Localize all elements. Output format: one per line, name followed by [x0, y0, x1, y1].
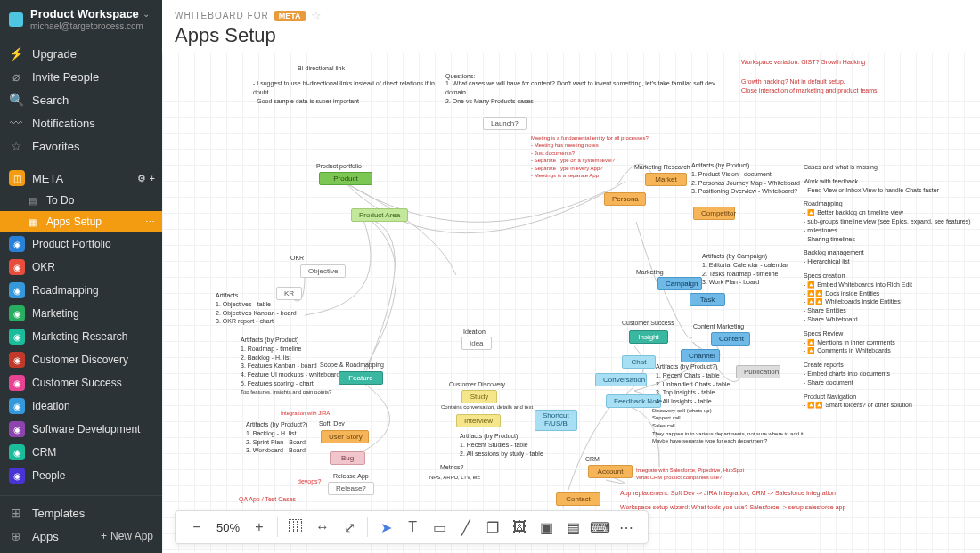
app-icon: ◉	[9, 282, 25, 298]
node-launch[interactable]: Launch?	[483, 117, 527, 130]
node-persona[interactable]: Persona	[604, 192, 646, 206]
app-icon: ◉	[9, 444, 25, 460]
nav-search[interactable]: 🔍Search	[0, 88, 162, 111]
node-publication[interactable]: Publication	[736, 365, 780, 378]
label-okr: OKR	[290, 255, 304, 261]
meta-todo[interactable]: ▤ To Do	[0, 190, 162, 211]
card-tool-icon[interactable]: ▤	[560, 515, 585, 540]
node-campaign[interactable]: Campaign	[657, 277, 702, 290]
sticky-tool-icon[interactable]: ❐	[480, 515, 505, 540]
fullscreen-icon[interactable]: ⤢	[337, 515, 362, 540]
nav-upgrade[interactable]: ⚡Upgrade	[0, 42, 162, 65]
app-label: Customer Success	[32, 377, 122, 389]
fit-horizontal-icon[interactable]: ↔	[310, 515, 335, 540]
node-feature[interactable]: Feature	[339, 371, 383, 385]
note-app-replacement: App replacement: Soft Dev -> JIRA Integr…	[620, 489, 836, 498]
label-scope: Scope & Roadmapping	[320, 362, 384, 368]
app-section-meta[interactable]: ◫ META ⚙ +	[0, 167, 162, 190]
filter-icon[interactable]: ⚙	[137, 173, 146, 184]
node-market[interactable]: Market	[645, 173, 687, 186]
workspace-title: Product Workspace	[30, 7, 139, 20]
breadcrumb-app-badge[interactable]: META	[274, 11, 306, 21]
note-artifacts-okr: Artifacts 1. Objectives - table 2. Objec…	[216, 291, 297, 326]
node-chat[interactable]: Chat	[622, 355, 656, 369]
page-header: WHITEBOARD FOR META ☆ Apps Setup	[162, 0, 980, 53]
node-study[interactable]: Study	[461, 390, 497, 403]
nav-templates[interactable]: ⊞Templates	[0, 501, 162, 525]
node-insight[interactable]: Insight	[629, 330, 668, 344]
node-interview[interactable]: Interview	[456, 414, 501, 427]
node-channel[interactable]: Channel	[681, 349, 720, 362]
app-item-okr[interactable]: ◉OKR	[0, 256, 162, 279]
node-content[interactable]: Content	[711, 332, 750, 346]
label-nps: NPS, ARPU, LTV, etc	[429, 475, 480, 480]
node-account[interactable]: Account	[588, 465, 633, 478]
node-feedback[interactable]: Feedback Note	[606, 394, 661, 408]
image-tool-icon[interactable]: 🖼	[507, 515, 532, 540]
app-label: Product Portfolio	[32, 238, 111, 250]
note-devops: devops?	[298, 478, 321, 484]
app-label: Marketing Research	[32, 330, 127, 343]
note-artifacts-insight: Artifacts (by Product?) 1. Recent Chats …	[656, 362, 730, 406]
nav-invite[interactable]: ⌀Invite People	[0, 65, 162, 88]
main-area: WHITEBOARD FOR META ☆ Apps Setup	[162, 0, 980, 553]
app-item-ideation[interactable]: ◉Ideation	[0, 394, 162, 418]
note-discovery-call: Discovery call (whats up) Support call S…	[652, 407, 712, 429]
label-cs: Customer Success	[622, 320, 674, 326]
shape-tool-icon[interactable]: ▭	[427, 515, 452, 540]
pointer-tool-icon[interactable]: ➤	[373, 515, 398, 540]
app-item-marketing[interactable]: ◉Marketing	[0, 302, 162, 325]
app-label: Customer Discovery	[32, 354, 128, 366]
star-icon[interactable]: ☆	[311, 9, 323, 22]
node-bug[interactable]: Bug	[330, 451, 365, 465]
app-icon: ◉	[9, 352, 25, 368]
add-icon[interactable]: +	[150, 173, 155, 184]
label-softdev: Soft. Dev	[319, 420, 345, 427]
app-item-people[interactable]: ◉People	[0, 464, 162, 487]
app-item-roadmapping[interactable]: ◉Roadmapping	[0, 279, 162, 302]
embed-tool-icon[interactable]: ⌨	[587, 515, 612, 540]
node-product[interactable]: Product	[319, 172, 372, 185]
nav-favorites[interactable]: ☆Favorites	[0, 134, 162, 158]
todo-icon: ▤	[25, 193, 39, 207]
app-item-product-portfolio[interactable]: ◉Product Portfolio	[0, 232, 162, 256]
workspace-email: michael@targetprocess.com	[30, 21, 153, 31]
new-app-button[interactable]: + New App	[101, 530, 153, 542]
apps-icon: ⊕	[9, 529, 23, 543]
nav-apps[interactable]: ⊕ Apps + New App	[0, 525, 162, 548]
fit-width-icon[interactable]: ⿲	[283, 515, 308, 540]
favorites-icon: ☆	[9, 139, 23, 153]
zoom-in-button[interactable]: +	[247, 515, 272, 540]
app-icon: ◉	[9, 259, 25, 275]
whiteboard-canvas[interactable]: Bi-directional link - I suggest to use b…	[162, 53, 980, 553]
node-objective[interactable]: Objective	[300, 264, 346, 278]
note-artifacts-mr: Artifacts (by Product) 1. Product Vision…	[691, 161, 800, 196]
meta-apps-setup[interactable]: ▦ Apps Setup ⋯	[0, 211, 162, 232]
app-item-customer-discovery[interactable]: ◉Customer Discovery	[0, 348, 162, 371]
node-task[interactable]: Task	[690, 293, 725, 306]
node-shortcut[interactable]: Shortcut F/US/B	[535, 410, 577, 431]
node-product-area[interactable]: Product Area	[351, 208, 408, 222]
zoom-level[interactable]: 50%	[211, 521, 245, 534]
app-icon: ◉	[9, 421, 25, 437]
more-icon[interactable]: ⋯	[145, 216, 155, 228]
app-icon: ◉	[9, 468, 25, 484]
zoom-out-button[interactable]: −	[184, 515, 209, 540]
workspace-header[interactable]: Product Workspace ⌄ michael@targetproces…	[0, 0, 162, 38]
app-item-customer-success[interactable]: ◉Customer Success	[0, 371, 162, 394]
node-contact[interactable]: Contact	[556, 492, 600, 506]
node-competitor[interactable]: Competitor	[693, 207, 735, 220]
app-item-software-development[interactable]: ◉Software Development	[0, 418, 162, 441]
app-item-marketing-research[interactable]: ◉Marketing Research	[0, 325, 162, 348]
node-conversation[interactable]: Conversation	[595, 373, 647, 386]
more-tools-icon[interactable]: ⋯	[614, 515, 639, 540]
nav-notifications[interactable]: 〰Notifications	[0, 111, 162, 134]
line-tool-icon[interactable]: ╱	[453, 515, 478, 540]
node-userstory[interactable]: User Story	[321, 430, 369, 443]
node-release[interactable]: Release?	[328, 482, 374, 495]
text-tool-icon[interactable]: T	[400, 515, 425, 540]
breadcrumb: WHITEBOARD FOR META ☆	[175, 9, 968, 22]
frame-tool-icon[interactable]: ▣	[534, 515, 559, 540]
app-item-crm[interactable]: ◉CRM	[0, 441, 162, 464]
node-idea[interactable]: Idea	[461, 337, 492, 350]
